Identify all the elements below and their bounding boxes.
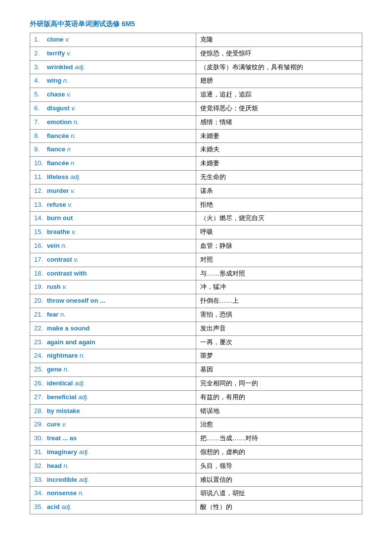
entry-word: beneficial [47,393,77,401]
table-row: 2. terrify v.使惊恐，使受惊吓 [30,46,362,60]
table-row: 18. contrast with与……形成对照 [30,267,362,280]
entry-word: throw oneself on ... [47,297,105,304]
entry-word: rush [47,283,61,290]
table-row: 29. cure v.治愈 [30,418,362,432]
table-row: 11. lifeless adj.无生命的 [30,170,362,184]
entry-number: 9. [34,144,45,155]
english-cell: 11. lifeless adj. [30,170,196,184]
entry-pos: v. [60,420,67,428]
entry-pos: n. [62,462,69,469]
entry-pos: v. [65,91,72,98]
entry-word: lifeless [47,173,69,181]
chinese-cell: 无生命的 [196,170,362,184]
entry-number: 19. [34,282,45,292]
english-cell: 15. breathe v. [30,226,196,239]
entry-pos: adj. [60,503,72,510]
chinese-cell: 把……当成……对待 [196,432,362,446]
table-row: 15. breathe v.呼吸 [30,226,362,239]
table-row: 25. gene n.基因 [30,363,362,377]
entry-word: terrify [47,49,65,57]
chinese-cell: 感情；情绪 [196,115,362,129]
entry-word: nonsense [47,489,77,497]
chinese-cell: 难以置信的 [196,473,362,487]
entry-word: burn out [47,214,73,222]
entry-number: 16. [34,241,45,251]
entry-number: 12. [34,186,45,196]
entry-word: disgust [47,104,70,112]
entry-pos: v. [70,228,77,235]
entry-pos: adj. [77,448,89,456]
chinese-cell: 未婚妻 [196,157,362,171]
entry-pos: v. [65,49,71,57]
entry-word: clone [47,36,64,43]
english-cell: 14. burn out [30,212,196,226]
entry-pos: adj. [69,173,81,181]
chinese-cell: 酸（性）的 [196,501,362,514]
table-row: 28. by mistake错误地 [30,404,362,418]
entry-number: 27. [34,392,45,403]
entry-word: refuse [47,201,66,208]
entry-number: 5. [34,90,45,100]
english-cell: 7. emotion n. [30,115,196,129]
table-row: 9. fiance n未婚夫 [30,143,362,157]
entry-pos: n. [60,242,67,249]
chinese-cell: 血管；静脉 [196,239,362,253]
entry-pos: n. [78,352,85,359]
entry-pos: n. [61,77,68,84]
entry-pos: n. [77,489,84,497]
table-row: 26. identical adj.完全相同的，同一的 [30,376,362,390]
chinese-cell: 未婚妻 [196,129,362,143]
table-row: 6. disgust v.使觉得恶心；使厌烦 [30,101,362,115]
entry-word: treat ... as [47,434,77,442]
english-cell: 12. murder v. [30,184,196,198]
entry-number: 25. [34,365,45,375]
chinese-cell: 呼吸 [196,226,362,239]
table-row: 7. emotion n.感情；情绪 [30,115,362,129]
table-row: 34. nonsense n.胡说八道，胡扯 [30,487,362,501]
table-row: 19. rush v.冲，猛冲 [30,280,362,294]
chinese-cell: 有益的，有用的 [196,390,362,404]
entry-number: 10. [34,158,45,169]
entry-word: fiance [47,145,66,153]
english-cell: 27. beneficial adj. [30,390,196,404]
english-cell: 33. incredible adj. [30,473,196,487]
table-row: 16. vein n.血管；静脉 [30,239,362,253]
chinese-cell: 谋杀 [196,184,362,198]
chinese-cell: 使惊恐，使受惊吓 [196,46,362,60]
english-cell: 21. fear n. [30,308,196,322]
entry-pos: n. [58,311,65,318]
table-row: 10. fiancée n未婚妻 [30,157,362,171]
entry-number: 8. [34,131,45,141]
entry-number: 6. [34,103,45,114]
table-row: 32. head n.头目，领导 [30,459,362,473]
entry-word: chase [47,91,65,98]
english-cell: 19. rush v. [30,280,196,294]
table-row: 27. beneficial adj.有益的，有用的 [30,390,362,404]
chinese-cell: 一再，屡次 [196,335,362,349]
entry-number: 26. [34,378,45,389]
entry-number: 11. [34,172,45,183]
entry-word: contrast with [47,270,87,277]
entry-word: fear [47,311,59,318]
entry-number: 33. [34,475,45,485]
entry-number: 1. [34,35,45,45]
english-cell: 10. fiancée n [30,157,196,171]
english-cell: 34. nonsense n. [30,487,196,501]
english-cell: 9. fiance n [30,143,196,157]
entry-pos: adj. [77,393,89,401]
entry-number: 24. [34,351,45,361]
table-row: 23. again and again一再，屡次 [30,335,362,349]
chinese-cell: 对照 [196,253,362,267]
entry-pos: n. [62,366,69,373]
entry-number: 34. [34,488,45,499]
entry-word: identical [47,379,73,387]
entry-pos: v. [61,283,67,290]
entry-pos: v. [66,201,73,208]
chinese-cell: （火）燃尽，烧完自灭 [196,212,362,226]
table-row: 21. fear n.害怕，恐惧 [30,308,362,322]
entry-word: by mistake [47,407,80,415]
english-cell: 32. head n. [30,459,196,473]
entry-word: murder [47,187,69,194]
entry-word: fiancée [47,132,69,139]
entry-pos: n. [69,132,76,139]
